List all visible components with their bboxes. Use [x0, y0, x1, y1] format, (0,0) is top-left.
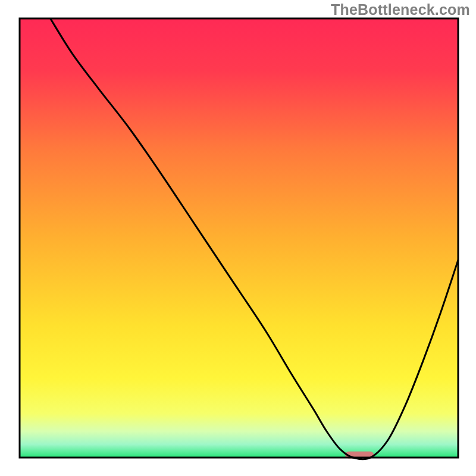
chart-svg [0, 0, 476, 476]
plot-background [20, 18, 458, 458]
bottleneck-chart: TheBottleneck.com [0, 0, 476, 476]
watermark-label: TheBottleneck.com [331, 1, 470, 18]
